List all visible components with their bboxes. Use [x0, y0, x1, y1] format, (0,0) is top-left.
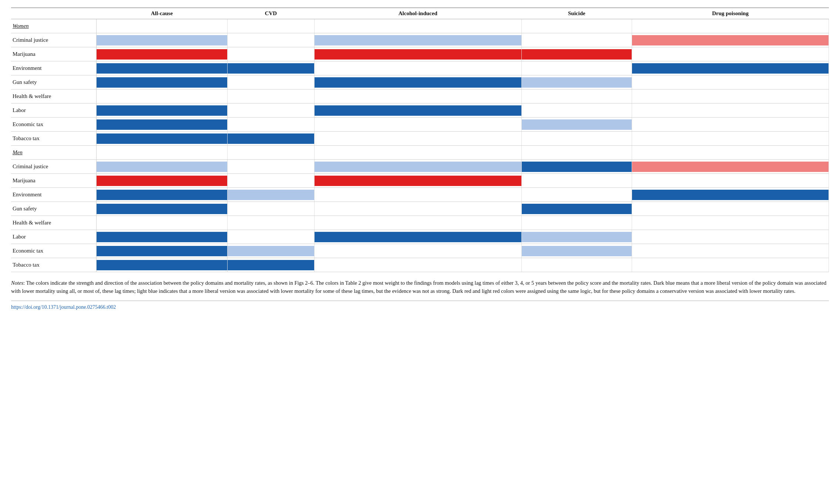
section-header-cell-0-4 [632, 19, 829, 33]
row-label-0-0: Criminal justice [11, 33, 96, 47]
notes-label: Notes [11, 280, 23, 286]
data-cell-1-2-3 [521, 188, 632, 202]
cell-fill [97, 49, 227, 60]
data-cell-0-5-4 [632, 104, 829, 118]
data-cell-1-1-4 [632, 174, 829, 188]
cell-fill [97, 133, 227, 144]
row-label-1-4: Health & welfare [11, 216, 96, 230]
cell-fill [228, 260, 314, 270]
cell-fill [522, 162, 632, 172]
data-cell-1-3-0 [96, 202, 227, 216]
data-cell-0-6-4 [632, 118, 829, 132]
data-cell-0-0-1 [227, 33, 314, 47]
data-cell-1-2-4 [632, 188, 829, 202]
cell-fill [97, 260, 227, 270]
section-header-cell-1-4 [632, 146, 829, 160]
col-header-alcohol: Alcohol-induced [314, 8, 521, 19]
section-header-cell-1-2 [314, 146, 521, 160]
data-cell-1-5-0 [96, 230, 227, 244]
data-cell-1-4-0 [96, 216, 227, 230]
table-row: Economic tax [11, 118, 829, 132]
data-cell-0-6-3 [521, 118, 632, 132]
notes-text: : The colors indicate the strength and d… [11, 280, 826, 294]
data-cell-1-4-4 [632, 216, 829, 230]
data-cell-0-7-0 [96, 132, 227, 146]
data-cell-1-7-1 [227, 258, 314, 272]
data-cell-0-4-0 [96, 89, 227, 104]
data-cell-1-2-0 [96, 188, 227, 202]
data-cell-1-4-1 [227, 216, 314, 230]
data-cell-1-0-2 [314, 160, 521, 174]
data-cell-0-6-2 [314, 118, 521, 132]
section-header-cell-0-3 [521, 19, 632, 33]
section-header-0: Women [11, 19, 829, 33]
data-cell-0-1-4 [632, 47, 829, 61]
cell-fill [522, 119, 632, 130]
section-header-cell-0-2 [314, 19, 521, 33]
cell-fill [97, 119, 227, 130]
cell-fill [97, 232, 227, 242]
row-label-0-7: Tobacco tax [11, 132, 96, 146]
bottom-divider [11, 301, 829, 301]
data-cell-0-3-4 [632, 75, 829, 89]
doi-link[interactable]: https://doi.org/10.1371/journal.pone.027… [11, 304, 116, 310]
data-cell-0-5-1 [227, 104, 314, 118]
row-label-0-2: Environment [11, 61, 96, 75]
cell-fill [97, 204, 227, 214]
data-cell-0-1-1 [227, 47, 314, 61]
cell-fill [97, 63, 227, 74]
data-cell-0-5-3 [521, 104, 632, 118]
table-row: Criminal justice [11, 160, 829, 174]
data-cell-1-4-3 [521, 216, 632, 230]
row-label-0-1: Marijuana [11, 47, 96, 61]
table-row: Criminal justice [11, 33, 829, 47]
cell-fill [632, 35, 829, 45]
table-row: Marijuana [11, 174, 829, 188]
cell-fill [97, 35, 227, 45]
data-cell-0-4-4 [632, 89, 829, 104]
data-cell-1-7-0 [96, 258, 227, 272]
data-cell-1-1-0 [96, 174, 227, 188]
data-cell-0-0-2 [314, 33, 521, 47]
cell-fill [522, 204, 632, 214]
data-cell-1-5-2 [314, 230, 521, 244]
table-row: Economic tax [11, 244, 829, 258]
table-row: Gun safety [11, 75, 829, 89]
data-cell-0-1-0 [96, 47, 227, 61]
row-label-0-6: Economic tax [11, 118, 96, 132]
data-cell-0-0-0 [96, 33, 227, 47]
data-cell-1-7-2 [314, 258, 521, 272]
cell-fill [315, 105, 521, 116]
table-row: Gun safety [11, 202, 829, 216]
row-label-1-5: Labor [11, 230, 96, 244]
cell-fill [315, 162, 521, 172]
cell-fill [632, 63, 829, 74]
data-cell-0-3-3 [521, 75, 632, 89]
data-cell-1-0-1 [227, 160, 314, 174]
data-cell-1-7-4 [632, 258, 829, 272]
table-row: Tobacco tax [11, 258, 829, 272]
data-cell-0-0-3 [521, 33, 632, 47]
data-cell-1-3-1 [227, 202, 314, 216]
cell-fill [97, 176, 227, 186]
section-header-cell-1-0 [96, 146, 227, 160]
col-header-allcause: All-cause [96, 8, 227, 19]
data-cell-1-0-0 [96, 160, 227, 174]
data-cell-0-6-0 [96, 118, 227, 132]
data-cell-0-6-1 [227, 118, 314, 132]
data-cell-1-6-1 [227, 244, 314, 258]
data-cell-1-4-2 [314, 216, 521, 230]
table-row: Marijuana [11, 47, 829, 61]
section-label-1: Men [11, 146, 96, 160]
data-cell-0-2-0 [96, 61, 227, 75]
cell-fill [315, 176, 521, 186]
data-cell-1-3-4 [632, 202, 829, 216]
data-cell-0-2-4 [632, 61, 829, 75]
table-row: Health & welfare [11, 216, 829, 230]
data-cell-1-2-2 [314, 188, 521, 202]
data-cell-0-7-4 [632, 132, 829, 146]
cell-fill [228, 63, 314, 74]
cell-fill [97, 246, 227, 256]
data-cell-0-0-4 [632, 33, 829, 47]
cell-fill [228, 246, 314, 256]
